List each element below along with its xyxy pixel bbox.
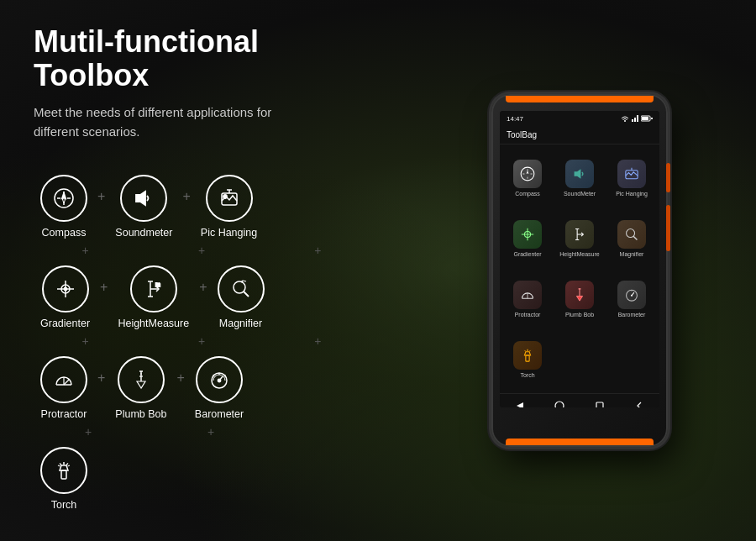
plumb-bob-label: Plumb Bob [115, 408, 166, 420]
app-header: ToolBag [500, 126, 659, 144]
svg-rect-50 [637, 115, 638, 122]
app-label-soundmeter: SoundMeter [564, 191, 596, 197]
svg-point-22 [234, 281, 245, 293]
tool-pic-hanging: Pic Hanging [194, 166, 264, 244]
app-icon-img-barometer [617, 281, 646, 309]
svg-marker-5 [62, 193, 66, 198]
torch-icon [52, 459, 76, 482]
protractor-label: Protractor [41, 408, 87, 420]
gradienter-icon [54, 277, 77, 301]
app-icon-img-torch [513, 341, 542, 370]
battery-icon [641, 115, 653, 122]
svg-marker-60 [575, 169, 581, 178]
main-container: Mutil-functional Toolbox Meet the needs … [0, 0, 756, 541]
svg-point-79 [631, 295, 633, 297]
left-panel: Mutil-functional Toolbox Meet the needs … [0, 0, 403, 541]
svg-marker-82 [524, 352, 530, 355]
app-icon-height-measure[interactable]: HeightMeasure [555, 210, 604, 267]
plumb-bob-icon-wrap [118, 356, 165, 403]
wifi-icon [621, 115, 629, 122]
app-protractor-icon [519, 286, 536, 303]
app-label-gradienter: Gradienter [513, 251, 541, 257]
app-label-height-measure: HeightMeasure [559, 251, 599, 257]
app-grid: Compass SoundMeter [500, 144, 659, 393]
svg-line-71 [633, 236, 637, 239]
torch-label: Torch [51, 499, 77, 511]
status-icons [621, 115, 653, 122]
nav-recents-button[interactable] [594, 400, 606, 408]
app-torch-icon [519, 347, 536, 364]
app-compass-icon [519, 165, 536, 182]
tool-compass: Compass [34, 166, 94, 244]
soundmeter-icon [132, 186, 155, 210]
app-icon-img-plumb-bob [565, 281, 594, 309]
svg-point-16 [64, 288, 66, 291]
compass-icon [52, 186, 76, 210]
svg-point-36 [218, 380, 221, 382]
svg-line-23 [244, 292, 249, 297]
svg-line-85 [529, 350, 530, 351]
app-icon-barometer[interactable]: Barometer [607, 270, 656, 328]
app-label-plumb-bob: Plumb Bob [565, 312, 594, 318]
page-subtitle: Meet the needs of different applications… [34, 103, 302, 141]
svg-point-87 [555, 402, 564, 408]
tool-height-measure: m HeightMeasure [111, 257, 196, 334]
height-measure-icon: m [142, 277, 165, 301]
tool-torch: Torch [34, 439, 94, 516]
protractor-icon-wrap [40, 356, 87, 403]
barometer-label: Barometer [195, 408, 244, 420]
nav-arrow-button[interactable] [633, 400, 645, 408]
svg-marker-6 [62, 198, 66, 203]
phone-screen: 14:47 [500, 111, 659, 407]
app-title: ToolBag [507, 130, 537, 139]
app-icon-torch[interactable]: Torch [503, 331, 552, 388]
magnifier-icon-wrap [218, 265, 265, 313]
app-icon-compass[interactable]: Compass [503, 150, 552, 207]
svg-marker-86 [517, 402, 523, 408]
app-icon-img-compass [513, 160, 542, 188]
svg-marker-7 [136, 192, 145, 205]
app-icon-img-magnifier [617, 220, 646, 249]
gradienter-icon-wrap [42, 265, 89, 313]
app-icon-plumb-bob[interactable]: Plumb Bob [555, 270, 604, 328]
nav-home-button[interactable] [554, 400, 565, 408]
svg-rect-48 [632, 119, 633, 122]
svg-point-70 [627, 229, 635, 238]
app-icon-soundmeter[interactable]: SoundMeter [555, 150, 604, 207]
app-magnifier-icon [623, 226, 640, 243]
app-icon-img-gradienter [513, 220, 542, 249]
pic-hanging-icon-wrap [206, 175, 253, 222]
app-icon-magnifier[interactable]: Magnifier [607, 210, 656, 267]
svg-marker-30 [137, 381, 145, 388]
app-icon-gradienter[interactable]: Gradienter [503, 210, 552, 267]
app-label-barometer: Barometer [618, 312, 646, 318]
app-plumb-bob-icon [571, 286, 588, 303]
app-barometer-icon [623, 286, 640, 303]
nav-arrow-icon [634, 401, 644, 408]
status-time: 14:47 [507, 115, 523, 123]
nav-back-icon [515, 401, 525, 408]
app-icon-protractor[interactable]: Protractor [503, 270, 552, 328]
height-measure-icon-wrap: m [130, 265, 177, 313]
app-soundmeter-icon [571, 165, 588, 182]
barometer-icon [207, 368, 231, 391]
svg-text:m: m [155, 281, 160, 287]
phone-top-bar [506, 96, 654, 102]
phone-button-mid [666, 205, 670, 251]
tool-barometer: Barometer [188, 348, 250, 425]
tool-soundmeter: Soundmeter [108, 166, 179, 244]
tool-plumb-bob: Plumb Bob [108, 348, 173, 425]
right-panel: 14:47 [403, 0, 756, 541]
svg-rect-88 [596, 402, 603, 408]
plumb-bob-icon [129, 368, 153, 391]
svg-line-28 [64, 380, 69, 385]
soundmeter-label: Soundmeter [115, 227, 172, 239]
app-icon-pic-hanging[interactable]: Pic Hanging [607, 150, 656, 207]
svg-marker-75 [576, 296, 582, 301]
app-pic-hanging-icon [623, 165, 640, 182]
app-label-pic-hanging: Pic Hanging [616, 191, 648, 197]
signal-icon [632, 115, 638, 122]
nav-back-button[interactable] [514, 400, 526, 408]
protractor-icon [52, 368, 76, 391]
magnifier-icon [229, 277, 253, 301]
